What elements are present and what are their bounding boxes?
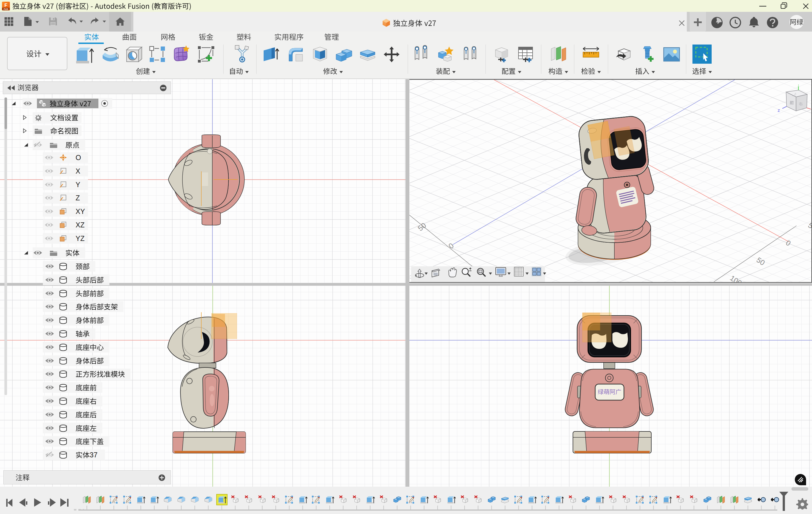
svg-text:FUS: FUS <box>4 8 8 10</box>
svg-text:Y: Y <box>798 85 800 87</box>
svg-text:F: F <box>4 3 7 8</box>
svg-text:Z: Z <box>778 109 780 113</box>
